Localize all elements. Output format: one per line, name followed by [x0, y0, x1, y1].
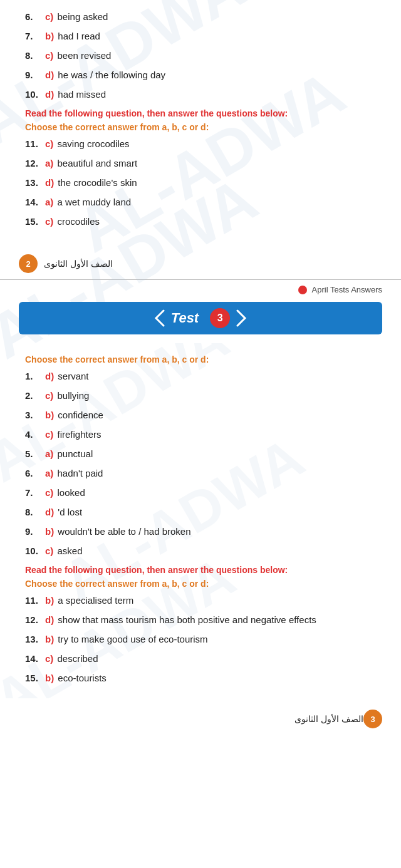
- answer-text: servant: [58, 371, 88, 381]
- footer-arabic-1: الصف الأول الثانوى: [44, 259, 113, 269]
- answer-text: a wet muddy land: [58, 197, 132, 207]
- answer-item: 10.c) asked: [25, 545, 376, 556]
- answer-item: 7.b) had I read: [25, 31, 376, 41]
- answer-letter: c): [45, 50, 53, 61]
- answer-text: beautiful and smart: [58, 158, 138, 168]
- footer-page1: 2 الصف الأول الثانوى: [0, 248, 401, 279]
- answer-text: had missed: [58, 89, 106, 100]
- item-num: 13.: [25, 634, 45, 644]
- answer-text: confidence: [58, 410, 103, 420]
- answers-bottom: 11.c) saving crocodiles12.a) beautiful a…: [25, 138, 376, 227]
- item-num: 9.: [25, 70, 45, 80]
- item-num: 13.: [25, 177, 45, 188]
- answer-letter: c): [45, 390, 53, 401]
- test-num: 3: [210, 308, 230, 328]
- answer-item: 12.a) beautiful and smart: [25, 158, 376, 168]
- footer-page2: الصف الأول الثانوى 3: [0, 703, 401, 735]
- answer-letter: d): [45, 614, 54, 625]
- answer-letter: c): [45, 11, 53, 22]
- answer-item: 11.b) a specialised term: [25, 595, 376, 606]
- answer-text: saving crocodiles: [58, 138, 130, 149]
- answer-letter: c): [45, 138, 53, 149]
- answer-item: 6.c) being asked: [25, 11, 376, 22]
- answer-item: 12.d) show that mass tourism has both po…: [25, 614, 376, 625]
- answer-letter: b): [45, 526, 54, 537]
- answer-item: 9.b) wouldn't be able to / had broken: [25, 526, 376, 537]
- answer-item: 5.a) punctual: [25, 448, 376, 459]
- answer-letter: d): [45, 70, 54, 80]
- answers-top: 6.c) being asked7.b) had I read8.c) been…: [25, 11, 376, 100]
- answer-text: bullying: [58, 390, 90, 401]
- answer-letter: d): [45, 371, 54, 381]
- answer-letter: a): [45, 448, 53, 459]
- item-num: 2.: [25, 390, 45, 401]
- page-num-circle-2: 3: [363, 710, 382, 728]
- test-label: Test: [171, 310, 199, 326]
- answer-letter: c): [45, 429, 53, 440]
- item-num: 4.: [25, 429, 45, 440]
- answer-letter: b): [45, 595, 54, 606]
- answer-item: 10.d) had missed: [25, 89, 376, 100]
- test-header: Test 3: [19, 302, 382, 334]
- section-test3: AL-ADWA AL-ADWA AL-ADWA Choose the corre…: [0, 343, 401, 698]
- answer-text: crocodiles: [58, 216, 100, 227]
- read-question-label-2: Read the following question, then answer…: [25, 565, 376, 575]
- answer-letter: a): [45, 468, 53, 478]
- answer-text: eco-tourists: [58, 673, 107, 683]
- test-header-inner: Test 3: [154, 308, 247, 328]
- answer-letter: b): [45, 31, 54, 41]
- answer-letter: b): [45, 673, 54, 683]
- answer-letter: c): [45, 653, 53, 664]
- answer-item: 4.c) firefighters: [25, 429, 376, 440]
- answer-text: he was / the following day: [58, 70, 165, 80]
- answer-item: 11.c) saving crocodiles: [25, 138, 376, 149]
- item-num: 11.: [25, 138, 45, 149]
- answer-text: looked: [58, 487, 85, 498]
- answer-text: been revised: [58, 50, 112, 61]
- answer-letter: d): [45, 177, 54, 188]
- item-num: 6.: [25, 468, 45, 478]
- bracket-right-icon: [236, 309, 247, 327]
- page: AL-ADWA AL-ADWA AL-ADWA 6.c) being asked…: [0, 0, 401, 735]
- answer-letter: a): [45, 197, 53, 207]
- answer-item: 3.b) confidence: [25, 410, 376, 420]
- item-num: 3.: [25, 410, 45, 420]
- answer-text: show that mass tourism has both positive…: [58, 614, 316, 625]
- bracket-left-icon: [154, 309, 165, 327]
- answer-text: described: [58, 653, 98, 664]
- answer-item: 13.d) the crocodile's skin: [25, 177, 376, 188]
- answer-item: 8.d) 'd lost: [25, 507, 376, 517]
- april-dot: [298, 286, 307, 294]
- item-num: 5.: [25, 448, 45, 459]
- answer-letter: d): [45, 507, 54, 517]
- answer-letter: c): [45, 545, 53, 556]
- item-num: 12.: [25, 158, 45, 168]
- item-num: 10.: [25, 89, 45, 100]
- answer-text: firefighters: [58, 429, 102, 440]
- answer-text: wouldn't be able to / had broken: [58, 526, 190, 537]
- april-label-row: April Tests Answers: [0, 280, 401, 297]
- answer-item: 7.c) looked: [25, 487, 376, 498]
- answer-letter: c): [45, 216, 53, 227]
- section-top-answers: 6.c) being asked7.b) had I read8.c) been…: [0, 0, 401, 242]
- answer-text: 'd lost: [58, 507, 82, 517]
- item-num: 15.: [25, 673, 45, 683]
- item-num: 9.: [25, 526, 45, 537]
- answer-text: asked: [58, 545, 83, 556]
- answer-letter: a): [45, 158, 53, 168]
- answer-text: a specialised term: [58, 595, 133, 606]
- answer-item: 9.d) he was / the following day: [25, 70, 376, 80]
- item-num: 8.: [25, 50, 45, 61]
- answer-text: try to make good use of eco-tourism: [58, 634, 207, 644]
- item-num: 15.: [25, 216, 45, 227]
- answer-letter: d): [45, 89, 54, 100]
- answer-item: 2.c) bullying: [25, 390, 376, 401]
- answer-text: the crocodile's skin: [58, 177, 137, 188]
- item-num: 7.: [25, 31, 45, 41]
- answer-item: 1.d) servant: [25, 371, 376, 381]
- choose-correct-label: Choose the correct answer from a, b, c o…: [25, 122, 376, 132]
- answer-item: 6.a) hadn't paid: [25, 468, 376, 478]
- answers1: 1.d) servant2.c) bullying3.b) confidence…: [25, 371, 376, 556]
- answer-item: 13.b) try to make good use of eco-touris…: [25, 634, 376, 644]
- choose-correct-label-3: Choose the correct answer from a, b, c o…: [25, 579, 376, 589]
